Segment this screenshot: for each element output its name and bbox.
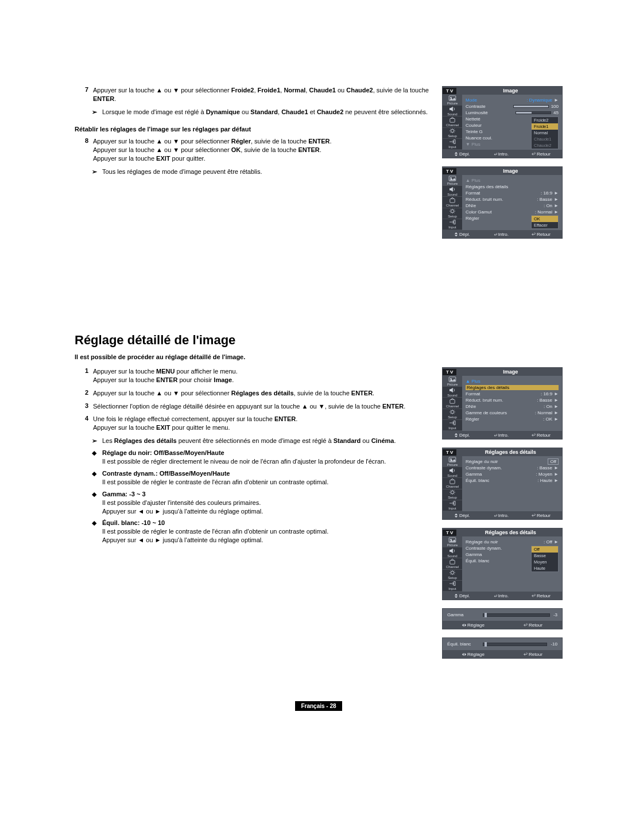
svg-rect-24 xyxy=(454,582,456,586)
osd-side-input: Input xyxy=(443,420,462,431)
bullet-marker: ◆ xyxy=(92,449,102,466)
osd-slider-white-balance: Équil. blanc-10RéglageRetour xyxy=(442,637,563,659)
svg-rect-22 xyxy=(450,561,455,565)
bullet-marker: ◆ xyxy=(92,469,102,487)
osd-side-setup: Setup xyxy=(443,570,462,581)
osd-side-sound: Sound xyxy=(443,186,462,197)
step-number: 2 xyxy=(75,389,93,398)
bullet-marker: ◆ xyxy=(92,490,102,516)
osd-side-picture: Picture xyxy=(443,376,462,387)
osd-side-channel: Channel xyxy=(443,478,462,489)
osd-side-channel: Channel xyxy=(443,197,462,208)
step-number: 3 xyxy=(75,402,93,411)
osd-side-setup: Setup xyxy=(443,128,462,139)
svg-rect-14 xyxy=(454,421,456,425)
svg-point-18 xyxy=(451,491,454,494)
step-number: 8 xyxy=(75,137,93,163)
page-footer: Français - 28 xyxy=(75,701,563,711)
step-number: 1 xyxy=(75,367,93,384)
osd-side-sound: Sound xyxy=(443,467,462,478)
osd-side-input: Input xyxy=(443,500,462,511)
step-number: 4 xyxy=(75,415,93,432)
osd-side-picture: Picture xyxy=(443,95,462,106)
note-marker: ➢ xyxy=(92,168,102,176)
svg-rect-7 xyxy=(450,199,455,203)
svg-point-13 xyxy=(451,411,454,414)
osd-side-sound: Sound xyxy=(443,106,462,116)
svg-rect-17 xyxy=(450,480,455,484)
bullet-marker: ◆ xyxy=(92,519,102,545)
osd-side-setup: Setup xyxy=(443,489,462,500)
osd-menu-image-reset: T VImagePictureSoundChannelSetupInput▲ P… xyxy=(442,166,563,239)
osd-menu-image-details: T VImagePictureSoundChannelSetupInput▲ P… xyxy=(442,367,563,440)
osd-menu-details-main: T VRéglages des détailsPictureSoundChann… xyxy=(442,448,563,520)
osd-side-channel: Channel xyxy=(443,558,462,569)
osd-slider-gamma: Gamma-3RéglageRetour xyxy=(442,608,563,629)
svg-point-3 xyxy=(451,130,454,133)
osd-side-picture: Picture xyxy=(443,536,462,547)
osd-side-picture: Picture xyxy=(443,456,462,467)
reset-subheading: Rétablir les réglages de l'image sur les… xyxy=(75,126,432,133)
osd-menu-details-blacklevel: T VRéglages des détailsPictureSoundChann… xyxy=(442,528,563,600)
osd-side-input: Input xyxy=(443,581,462,592)
svg-rect-19 xyxy=(454,501,456,505)
section-title: Réglage détaillé de l'image xyxy=(75,333,563,348)
osd-side-input: Input xyxy=(443,219,462,230)
svg-point-6 xyxy=(450,177,452,179)
osd-side-sound: Sound xyxy=(443,547,462,558)
svg-rect-2 xyxy=(450,119,455,123)
section-intro: Il est possible de procéder au réglage d… xyxy=(75,353,563,360)
step-number: 7 xyxy=(75,86,93,103)
svg-point-8 xyxy=(451,210,454,213)
osd-side-setup: Setup xyxy=(443,409,462,420)
svg-rect-4 xyxy=(454,140,456,144)
note-marker: ➢ xyxy=(92,437,102,445)
osd-side-channel: Channel xyxy=(443,116,462,127)
osd-side-channel: Channel xyxy=(443,398,462,409)
osd-side-setup: Setup xyxy=(443,208,462,219)
osd-menu-image-color: T VImagePictureSoundChannelSetupInputMod… xyxy=(442,86,563,158)
svg-rect-12 xyxy=(450,400,455,404)
step-7-block: 7 Appuyer sur la touche ▲ ou ▼ pour séle… xyxy=(75,86,432,247)
svg-rect-9 xyxy=(454,220,456,224)
osd-side-picture: Picture xyxy=(443,175,462,186)
osd-side-sound: Sound xyxy=(443,387,462,398)
svg-point-23 xyxy=(451,571,454,574)
note-marker: ➢ xyxy=(92,108,102,116)
osd-side-input: Input xyxy=(443,139,462,150)
